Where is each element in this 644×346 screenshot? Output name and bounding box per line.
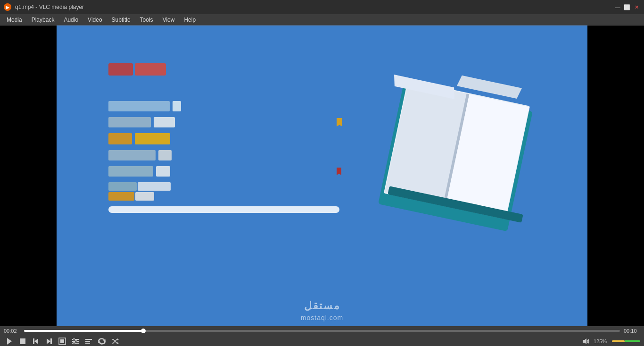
menu-help[interactable]: Help <box>179 16 200 24</box>
menu-audio[interactable]: Audio <box>59 16 83 24</box>
watermark-arabic: مستقل <box>304 300 340 312</box>
volume-section: 125% <box>580 336 640 346</box>
svg-marker-10 <box>34 338 38 344</box>
loop-button[interactable] <box>96 336 107 346</box>
svg-rect-15 <box>60 339 64 343</box>
app-icon: ▶ <box>4 3 11 11</box>
svg-marker-27 <box>583 338 586 344</box>
next-button[interactable] <box>43 336 55 346</box>
svg-point-20 <box>75 340 77 342</box>
volume-bar[interactable] <box>612 340 640 342</box>
svg-rect-22 <box>85 339 92 340</box>
menu-media[interactable]: Media <box>2 16 27 24</box>
book-illustration <box>361 40 550 238</box>
black-bar-left <box>0 25 57 326</box>
fullscreen-button[interactable] <box>57 336 68 346</box>
svg-point-19 <box>73 338 75 340</box>
volume-percent: 125% <box>594 338 610 344</box>
menu-bar: Media Playback Audio Video Subtitle Tool… <box>0 14 644 25</box>
svg-rect-23 <box>85 341 90 342</box>
playlist-button[interactable] <box>83 336 94 346</box>
prev-button[interactable] <box>30 336 41 346</box>
menu-playback[interactable]: Playback <box>27 16 59 24</box>
black-bar-right <box>587 25 644 326</box>
watermark-english: mostaql.com <box>301 314 343 321</box>
window-title: q1.mp4 - VLC media player <box>15 4 614 10</box>
svg-marker-26 <box>117 342 119 344</box>
video-container: مستقل mostaql.com <box>0 25 644 326</box>
menu-tools[interactable]: Tools <box>135 16 158 24</box>
svg-rect-24 <box>85 343 90 344</box>
svg-marker-12 <box>47 338 50 344</box>
bar-row-6 <box>108 166 339 177</box>
menu-video[interactable]: Video <box>83 16 107 24</box>
svg-rect-11 <box>33 338 34 344</box>
svg-rect-9 <box>20 338 25 344</box>
extended-settings-button[interactable] <box>70 336 81 346</box>
time-total: 00:10 <box>624 328 640 334</box>
bar-row-7 <box>108 182 339 201</box>
bar-row-4 <box>108 133 339 144</box>
bar-row-1 <box>108 63 339 76</box>
seek-bar-row: 00:02 00:10 <box>4 328 640 334</box>
close-button[interactable]: ✕ <box>633 3 640 11</box>
video-frame[interactable]: مستقل mostaql.com <box>57 25 587 326</box>
svg-marker-8 <box>7 338 12 345</box>
minimize-button[interactable]: — <box>614 3 621 11</box>
bar-row-8 <box>108 206 339 213</box>
bar-row-3 <box>108 117 339 127</box>
bar-row-5 <box>108 150 339 160</box>
bar-row-2 <box>108 101 339 111</box>
player-controls: 00:02 00:10 <box>0 326 644 346</box>
svg-rect-13 <box>50 338 52 344</box>
volume-fill-green <box>625 340 640 342</box>
time-current: 00:02 <box>4 328 20 334</box>
seek-thumb <box>141 329 146 333</box>
seek-bar[interactable] <box>24 330 620 332</box>
buttons-row: 125% <box>4 336 640 346</box>
maximize-button[interactable]: ⬜ <box>623 3 631 11</box>
stop-button[interactable] <box>17 336 28 346</box>
window-controls: — ⬜ ✕ <box>614 3 640 11</box>
volume-icon[interactable] <box>580 336 592 346</box>
play-button[interactable] <box>4 336 15 346</box>
svg-marker-25 <box>117 338 119 340</box>
svg-point-21 <box>73 342 75 344</box>
book-list-items <box>108 63 339 213</box>
volume-fill-yellow <box>612 340 625 342</box>
menu-view[interactable]: View <box>158 16 180 24</box>
seek-fill <box>24 330 143 332</box>
title-bar: ▶ q1.mp4 - VLC media player — ⬜ ✕ <box>0 0 644 14</box>
menu-subtitle[interactable]: Subtitle <box>107 16 135 24</box>
shuffle-button[interactable] <box>109 336 121 346</box>
